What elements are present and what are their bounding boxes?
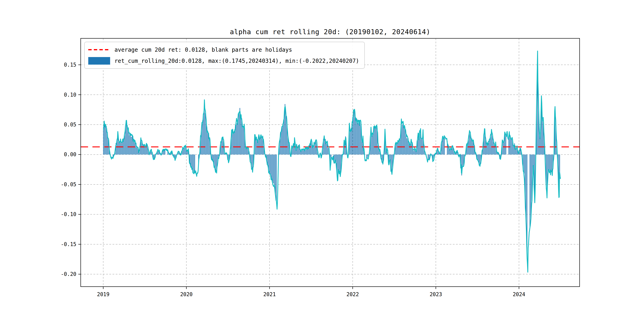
y-tick-label: 0.10 <box>64 92 76 98</box>
x-tick-label: 2022 <box>346 292 359 297</box>
legend-label-series: ret_cum_rolling_20d:0.0128, max:(0.1745,… <box>114 58 359 64</box>
y-tick-label: -0.15 <box>61 241 76 247</box>
y-tick-label: 0.05 <box>64 122 76 128</box>
legend-item-series: ret_cum_rolling_20d:0.0128, max:(0.1745,… <box>88 56 359 65</box>
x-tick-label: 2021 <box>263 292 276 297</box>
y-tick-label: -0.10 <box>61 211 76 217</box>
x-tick-label: 2024 <box>513 292 525 297</box>
legend-item-average: average cum 20d ret: 0.0128, blank parts… <box>88 45 359 54</box>
legend-red-dash-swatch <box>88 49 110 51</box>
x-tick-label: 2020 <box>180 292 192 297</box>
red-dashed-line-icon <box>88 49 110 51</box>
blue-bar-icon <box>88 57 110 64</box>
y-tick-label: -0.05 <box>61 182 76 188</box>
legend-bar-swatch <box>88 57 110 64</box>
x-tick-label: 2023 <box>430 292 442 297</box>
y-tick-label: -0.20 <box>61 271 76 277</box>
legend: average cum 20d ret: 0.0128, blank parts… <box>84 42 365 69</box>
legend-label-average: average cum 20d ret: 0.0128, blank parts… <box>114 46 292 53</box>
y-tick-label: 0.15 <box>64 62 76 68</box>
figure: 0.150.100.050.00-0.05-0.10-0.15-0.202019… <box>0 0 644 322</box>
x-tick-label: 2019 <box>97 292 110 297</box>
y-tick-label: 0.00 <box>64 152 76 158</box>
chart-title: alpha cum ret rolling 20d: (20190102, 20… <box>81 28 580 36</box>
